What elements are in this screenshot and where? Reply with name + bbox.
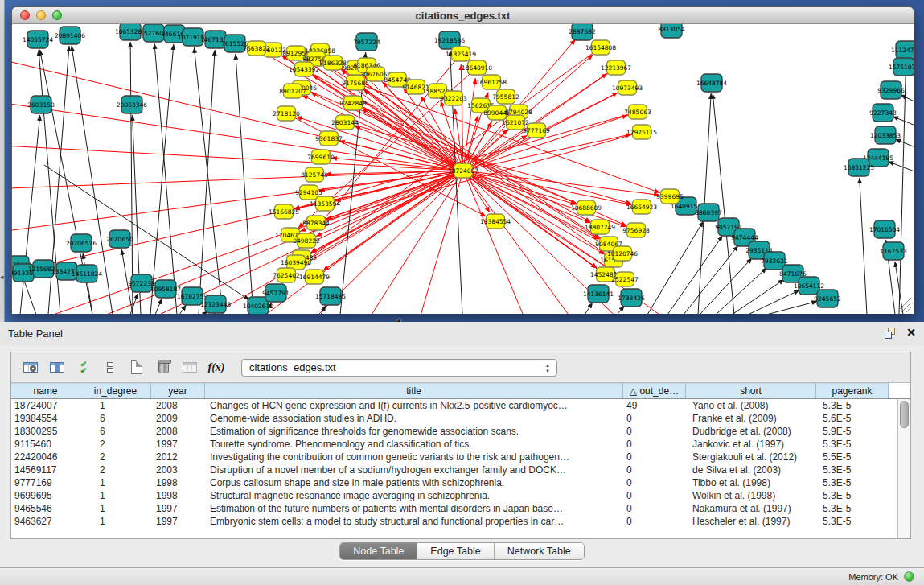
- column-header-name[interactable]: name: [11, 383, 80, 398]
- graph-node-label: 12213967: [601, 64, 631, 72]
- table-panel-header: Table Panel ✕: [0, 322, 924, 346]
- graph-node-label: 12033853: [870, 132, 901, 139]
- graph-node-label: 10654112: [794, 282, 824, 290]
- row-options-button[interactable]: [99, 357, 121, 378]
- table-settings-button[interactable]: [19, 357, 42, 378]
- graph-node-label: 7955812: [492, 93, 519, 101]
- graph-node-label: 1167533: [880, 248, 907, 255]
- table-row[interactable]: 1830029562008Estimation of significance …: [11, 425, 897, 438]
- graph-node-label: 16039490: [281, 259, 311, 266]
- column-header-short[interactable]: short: [686, 383, 816, 398]
- network-window: citations_edges.txt 14055724208914061065…: [11, 6, 914, 314]
- select-columns-button[interactable]: [46, 357, 68, 378]
- vertical-scrollbar[interactable]: [897, 399, 910, 538]
- table-selector[interactable]: citations_edges.txt ▲▼: [241, 359, 557, 377]
- graph-node-label: 7663822: [243, 45, 270, 52]
- graph-node-label: 14055724: [23, 36, 53, 43]
- status-bar: Memory: OK: [0, 567, 924, 585]
- graph-node-label: 9242848: [339, 100, 367, 107]
- close-panel-icon[interactable]: ✕: [906, 326, 916, 339]
- column-header-pagerank[interactable]: pagerank: [816, 383, 889, 398]
- graph-node-label: 9175685: [342, 80, 369, 87]
- tab-node-table[interactable]: Node Table: [340, 543, 417, 559]
- table-panel-title: Table Panel: [8, 328, 63, 340]
- table-row[interactable]: 946554611997Estimation of the future num…: [11, 502, 897, 515]
- graph-node-label: 12975115: [626, 129, 657, 136]
- graph-node-label: 11325419: [446, 51, 476, 58]
- graph-node-label: 14511824: [72, 270, 102, 278]
- tab-network-table[interactable]: Network Table: [495, 543, 584, 559]
- graph-node-label: 2718120: [273, 110, 300, 117]
- graph-node-label: 7625402: [273, 272, 300, 279]
- graph-node-label: 9474444: [731, 234, 758, 241]
- network-graph[interactable]: 1405572420891406106532871527602946616310…: [12, 24, 914, 314]
- graph-node-label: 6794028: [505, 109, 532, 116]
- panel-collapse-arrow-icon[interactable]: ◂: [0, 274, 4, 281]
- graph-node-label: 16782759: [177, 293, 207, 300]
- float-panel-icon-front-square: [885, 332, 892, 339]
- graph-node-label: 15751074: [889, 64, 914, 71]
- graph-node-label: 2803144: [331, 119, 359, 126]
- table-row[interactable]: 911546021997Tourette syndrome. Phenomeno…: [11, 438, 897, 451]
- column-header-year[interactable]: year: [151, 383, 205, 398]
- graph-node-label: 18724007: [448, 167, 478, 175]
- table-row[interactable]: 1456911722003Disruption of a novel membe…: [11, 463, 897, 476]
- table-row[interactable]: 1938455462009Genome-wide association stu…: [11, 412, 897, 425]
- graph-node-label: 15718485: [315, 293, 346, 300]
- table-row[interactable]: 969969511998Structural magnetic resonanc…: [11, 489, 897, 502]
- graph-node-label: 20053346: [117, 101, 147, 109]
- table-row[interactable]: 946362711997Embryonic stem cells: a mode…: [11, 515, 897, 528]
- column-header-out_de[interactable]: △ out_de…: [623, 383, 686, 398]
- delete-table-button: [179, 357, 201, 378]
- cytoscape-app: ◂ citations_edges.txt: [0, 0, 924, 585]
- graph-node-label: 8860397: [695, 209, 722, 216]
- float-panel-icon[interactable]: [885, 328, 897, 340]
- table-panel: Table Panel ✕ ✔✔: [0, 322, 924, 567]
- column-header-title[interactable]: title: [205, 383, 623, 398]
- graph-node-label: 16961758: [476, 79, 507, 86]
- delete-table-icon: [183, 362, 197, 373]
- graph-node-label: 11353594: [310, 200, 340, 208]
- memory-status-indicator: [904, 571, 914, 582]
- select-all-button[interactable]: ✔✔: [72, 357, 95, 378]
- scrollbar-thumb[interactable]: [900, 401, 909, 428]
- table-row[interactable]: 1872400712008Changes of HCN gene express…: [11, 399, 897, 412]
- tab-edge-table[interactable]: Edge Table: [417, 543, 494, 559]
- network-canvas[interactable]: 1405572420891406106532871527602946616310…: [12, 24, 914, 314]
- table-body: 1872400712008Changes of HCN gene express…: [11, 399, 897, 538]
- graph-node-label: 8878344: [302, 220, 330, 227]
- table-panel-body: ✔✔ f(x) citations_edges.txt: [10, 352, 911, 539]
- graph-node-label: 20891406: [55, 32, 85, 39]
- trash-icon: [158, 361, 169, 373]
- graph-node-label: 16154808: [585, 44, 616, 51]
- graph-node-label: 1733426: [618, 295, 645, 302]
- graph-node-label: 9457791: [262, 290, 290, 297]
- new-document-icon: [131, 360, 142, 374]
- graph-node-label: 15166825: [269, 208, 299, 216]
- combo-arrows-icon: ▲▼: [545, 363, 550, 374]
- new-column-button[interactable]: [125, 357, 148, 378]
- graph-node-label: 7699610: [307, 154, 335, 161]
- graph-node-label: 2620650: [106, 236, 133, 243]
- graph-node-label: 16648784: [696, 80, 727, 87]
- graph-node-label: 19218586: [434, 37, 465, 44]
- table-toolbar: ✔✔ f(x) citations_edges.txt: [11, 352, 910, 383]
- function-builder-button[interactable]: f(x): [205, 357, 228, 378]
- table-row[interactable]: 977716911998Corpus callosum shape and si…: [11, 476, 897, 489]
- network-window-titlebar[interactable]: citations_edges.txt: [12, 7, 914, 24]
- graph-node-label: 2603150: [27, 101, 55, 109]
- control-panel-edge: ◂: [0, 0, 5, 322]
- table-selector-value: citations_edges.txt: [249, 361, 336, 373]
- delete-column-button[interactable]: [152, 357, 175, 378]
- graph-node-label: 8125741: [301, 171, 328, 179]
- memory-status-label: Memory: OK: [848, 572, 898, 582]
- graph-node-label: 20206576: [66, 240, 97, 247]
- column-header-in_degree[interactable]: in_degree: [80, 383, 151, 398]
- graph-node-label: 16914479: [299, 274, 330, 281]
- table-tabs-bar: Node Table Edge Table Network Table: [0, 542, 924, 560]
- graph-node-label: 9777169: [523, 127, 550, 134]
- select-columns-icon: [50, 362, 64, 373]
- graph-node-label: 9399695: [656, 193, 684, 200]
- table-row[interactable]: 2242004622012Investigating the contribut…: [11, 451, 897, 463]
- graph-node-label: 10402610: [243, 303, 273, 310]
